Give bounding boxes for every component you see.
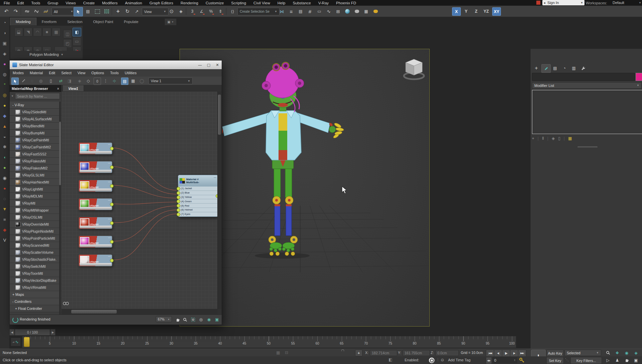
zoom-to-selection-icon[interactable]: ▣ — [214, 316, 220, 323]
material-item-vraypluginnodemtl[interactable]: VRayPluginNodeMtl — [10, 228, 61, 235]
material-item-vrayscannedmtl[interactable]: VRayScannedMtl — [10, 242, 61, 249]
output-socket[interactable] — [110, 165, 114, 169]
reference-coordinate-dropdown[interactable]: View▼ — [142, 8, 169, 15]
walk-through-icon[interactable]: ♟ — [613, 357, 621, 363]
material-item-vraycarpaintmtl[interactable]: VRayCarPaintMtl — [10, 137, 61, 144]
multisub-slot-7[interactable]: (7) Eyes — [178, 212, 218, 217]
ribbon-tab-modeling[interactable]: Modeling — [10, 18, 36, 25]
axis-constraint-y[interactable]: Y — [462, 7, 470, 15]
render-production-button[interactable] — [371, 7, 380, 16]
ribbon-button[interactable]: ■ — [42, 28, 51, 36]
ribbon-toggle-button[interactable]: ▭ — [315, 7, 324, 16]
input-socket[interactable] — [177, 204, 180, 208]
scrollbar-thumb[interactable] — [71, 310, 117, 314]
menu-edit[interactable]: Edit — [14, 1, 28, 5]
slate-menu-utilities[interactable]: Utilities — [122, 71, 139, 75]
input-socket[interactable] — [177, 208, 180, 212]
left-toolbar-icon-11[interactable]: ◒ — [2, 133, 8, 139]
layer-explorer-button[interactable]: ▤ — [296, 7, 305, 16]
menu-file[interactable]: File — [0, 1, 14, 5]
scrollbar-thumb[interactable] — [218, 95, 221, 135]
select-tool-button[interactable] — [11, 78, 19, 85]
z-coordinate-field[interactable]: 0.0cm — [435, 350, 459, 356]
multi-sub-object-node[interactable]: Material # Multi/Sub- — (1) Jacket(2) Bl… — [178, 175, 218, 217]
left-toolbar-icon-13[interactable]: ◖ — [2, 154, 8, 160]
material-group--float-controller[interactable]: + Float Controller — [10, 305, 61, 312]
key-mode-toggle[interactable] — [519, 357, 525, 364]
left-toolbar-icon-5[interactable]: ◍ — [2, 71, 8, 77]
utilities-tab[interactable] — [579, 64, 587, 72]
mirror-button[interactable]: ⋈ — [278, 7, 286, 16]
use-pivot-center-button[interactable]: ⊙ — [167, 7, 176, 16]
left-toolbar-icon-0[interactable]: ◔ — [2, 19, 8, 25]
key-filters-button[interactable]: Key Filters... — [570, 357, 602, 364]
menu-substance[interactable]: Substance — [289, 1, 314, 5]
select-and-rotate-button[interactable]: ↻ — [123, 7, 132, 16]
object-color-swatch[interactable] — [636, 73, 642, 81]
ribbon-button-active[interactable]: ◧ — [73, 28, 81, 36]
menu-views[interactable]: Views — [62, 1, 79, 5]
collapse-icon[interactable]: — — [108, 255, 111, 258]
key-steps-icon[interactable]: ⋱ — [565, 358, 569, 362]
material-node-7[interactable]: — VRayMtl — [79, 254, 112, 266]
menu-customize[interactable]: Customize — [202, 1, 227, 5]
slate-title-bar[interactable]: Slate Material Editor — ▢ ✕ — [10, 60, 222, 69]
playback-play[interactable]: ▶ — [502, 350, 510, 357]
parameter-editor-toggle[interactable]: ▦ — [130, 78, 136, 84]
material-item-vrayblendmtl[interactable]: VRayBlendMtl — [10, 123, 61, 130]
modifier-list-dropdown[interactable]: Modifier List ▼ — [532, 82, 642, 89]
minimize-button[interactable]: — — [196, 62, 204, 68]
left-toolbar-icon-14[interactable]: ● — [2, 164, 8, 170]
pin-stack-icon[interactable]: ⌖ — [532, 136, 534, 141]
create-tab[interactable]: + — [532, 64, 541, 72]
left-toolbar-icon-4[interactable]: ● — [2, 61, 8, 67]
ribbon-button[interactable]: ▭ — [73, 37, 81, 46]
menu-animation[interactable]: Animation — [121, 1, 146, 5]
axis-constraint-yz[interactable]: YZ — [482, 7, 490, 15]
maximize-viewport-toggle[interactable]: ▣ — [632, 357, 640, 363]
material-node-6[interactable]: — VRayMtl — [79, 236, 112, 248]
absolute-mode-toggle[interactable]: + — [355, 350, 362, 356]
ribbon-tab-populate[interactable]: Populate — [118, 18, 143, 25]
material-item-vrayswitchmtl[interactable]: VRaySwitchMtl — [10, 263, 61, 270]
left-toolbar-icon-3[interactable]: ◈ — [2, 50, 8, 56]
left-toolbar-icon-2[interactable]: ▣ — [2, 40, 8, 46]
output-socket[interactable] — [110, 184, 114, 188]
zoom-region-icon[interactable] — [190, 316, 196, 323]
edit-named-selection-sets-button[interactable]: { } — [228, 7, 237, 16]
select-and-move-button[interactable]: + — [114, 7, 122, 16]
animate-selection-dropdown[interactable]: Selected ▼ — [564, 350, 601, 356]
motion-tab[interactable]: ◔ — [560, 64, 569, 72]
options-icon[interactable]: ⋮ — [102, 78, 109, 84]
slate-menu-select[interactable]: Select — [58, 71, 75, 75]
menu-v-ray[interactable]: V-Ray — [315, 1, 332, 5]
browser-menu-icon[interactable]: × — [57, 87, 61, 91]
slate-menu-modes[interactable]: Modes — [10, 71, 27, 75]
material-item-vraybumpmtl[interactable]: VRayBumpMtl — [10, 130, 61, 137]
current-frame-field[interactable]: 0 ⇕ — [493, 357, 517, 363]
search-input[interactable]: Search by Name ... — [15, 93, 60, 99]
menu-modifiers[interactable]: Modifiers — [98, 1, 121, 5]
material-item-vrayvectordisplbake[interactable]: VRayVectorDisplBake — [10, 277, 61, 284]
named-selection-set-dropdown[interactable]: Create Selection Se▼ — [237, 8, 280, 15]
render-setup-button[interactable] — [352, 7, 361, 16]
sign-in-button[interactable]: ● Sign In ▼ — [542, 0, 584, 5]
ribbon-button[interactable]: ◫ — [63, 30, 72, 38]
canvas-vscrollbar[interactable] — [218, 91, 221, 309]
curve-editor-button[interactable]: ∿ — [324, 7, 333, 16]
add-time-tag[interactable]: Add Time Tag — [448, 358, 470, 362]
menu-phoenix-fd[interactable]: Phoenix FD — [332, 1, 360, 5]
zoom-extents-selected-icon[interactable]: ◈ — [632, 350, 640, 356]
left-toolbar-icon-19[interactable]: ■ — [2, 216, 8, 222]
input-socket[interactable] — [177, 191, 180, 195]
configure-modifier-sets-icon[interactable]: ▦ — [568, 136, 572, 141]
rendered-frame-window-button[interactable]: ▦ — [362, 7, 370, 16]
display-tab[interactable]: ▥ — [569, 64, 578, 72]
material-item-vraylightmtl[interactable]: VRayLightMtl — [10, 186, 61, 193]
left-toolbar-icon-15[interactable]: ◉ — [2, 175, 8, 181]
zoom-viewport-icon[interactable] — [604, 350, 612, 356]
time-range-field[interactable]: 0 / 100 — [15, 329, 50, 336]
zoom-all-icon[interactable]: ❖ — [613, 350, 621, 356]
modifier-stack[interactable] — [532, 90, 642, 134]
material-group--v-ray[interactable]: - V-Ray — [10, 102, 61, 109]
